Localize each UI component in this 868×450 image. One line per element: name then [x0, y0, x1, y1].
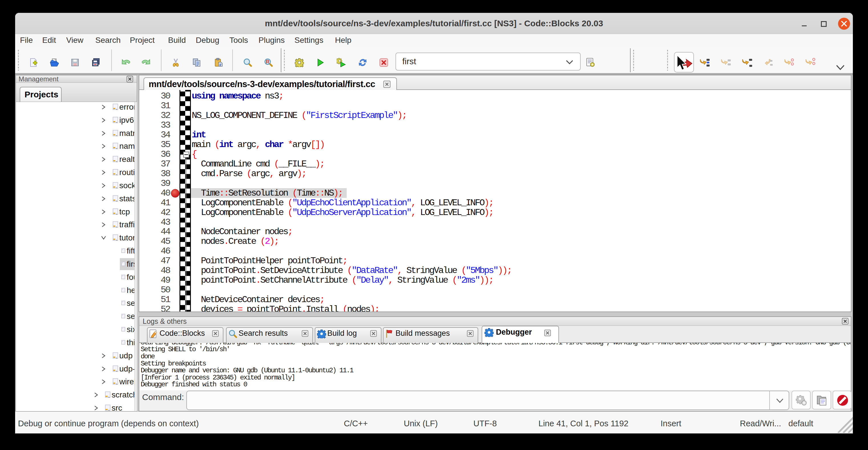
- svg-text:R: R: [266, 59, 269, 64]
